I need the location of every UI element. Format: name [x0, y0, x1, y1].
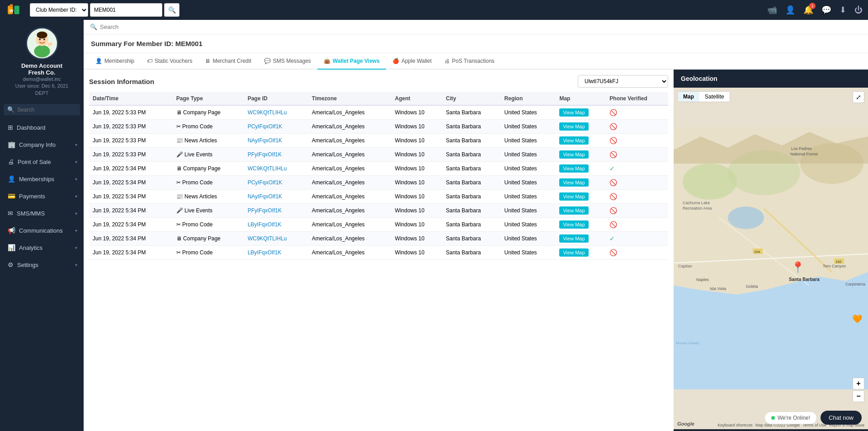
cell-datetime: Jun 19, 2022 5:34 PM	[89, 190, 173, 204]
page-id-link[interactable]: WC9KQtTLIHLu	[248, 109, 287, 116]
sidebar-item-point-of-sale[interactable]: 🖨 Point of Sale ▾	[0, 153, 84, 170]
satellite-tab-button[interactable]: Satellite	[699, 92, 730, 102]
cell-page-type: ✂ Promo Code	[173, 120, 244, 134]
geo-panel: Geolocation	[674, 70, 868, 431]
view-map-button[interactable]: View Map	[559, 122, 588, 131]
svg-point-9	[43, 38, 45, 40]
page-id-link[interactable]: WC9KQtTLIHLu	[248, 165, 287, 172]
col-map: Map	[556, 92, 606, 105]
sidebar-item-label: Point of Sale	[18, 159, 51, 165]
cell-region: United States	[501, 246, 556, 260]
view-map-button[interactable]: View Map	[559, 136, 588, 145]
cell-datetime: Jun 19, 2022 5:33 PM	[89, 105, 173, 120]
page-id-link[interactable]: PCyIFqxOIf1K	[248, 123, 283, 130]
search-button[interactable]: 🔍	[164, 3, 179, 17]
session-dropdown[interactable]: UlwtI7U54kFJ	[578, 75, 668, 88]
page-id-link[interactable]: LByIFqxOIf1K	[248, 249, 282, 256]
view-map-button[interactable]: View Map	[559, 192, 588, 201]
user-plus-icon[interactable]: 👤	[785, 5, 795, 15]
sidebar-item-analytics[interactable]: 📊 Analytics ▾	[0, 239, 84, 256]
map-toggle: Map Satellite	[677, 91, 730, 102]
view-map-button[interactable]: View Map	[559, 150, 588, 159]
power-icon[interactable]: ⏻	[854, 5, 863, 15]
svg-text:192: 192	[835, 260, 842, 264]
view-map-button[interactable]: View Map	[559, 220, 588, 229]
cell-city: Santa Barbara	[442, 190, 500, 204]
top-search-bar: Club Member ID:Member NameEmail 🔍	[30, 3, 179, 17]
tab-pos-transactions[interactable]: 🖨 PoS Transactions	[438, 53, 501, 70]
geo-title: Geolocation	[681, 75, 717, 82]
sidebar-item-dashboard[interactable]: ⊞ Dashboard	[0, 119, 84, 136]
cell-phone-verified: 🚫	[606, 134, 668, 148]
cell-timezone: America/Los_Angeles	[308, 246, 392, 260]
svg-point-20	[728, 206, 764, 229]
view-map-button[interactable]: View Map	[559, 108, 588, 117]
table-row: Jun 19, 2022 5:34 PM 🖥 Company Page WC9K…	[89, 162, 668, 176]
table-row: Jun 19, 2022 5:34 PM 📰 News Articles NAy…	[89, 190, 668, 204]
sidebar-profile: Demo Account Fresh Co. demo@wallet.inc U…	[0, 20, 84, 100]
merchant-credit-tab-icon: 🖥	[205, 58, 210, 64]
sidebar-item-memberships[interactable]: 👤 Memberships ▾	[0, 170, 84, 187]
sidebar-item-payments[interactable]: 💳 Payments ▾	[0, 187, 84, 205]
tab-wallet-page-views[interactable]: 👜 Wallet Page Views	[317, 53, 386, 70]
cell-city: Santa Barbara	[442, 134, 500, 148]
pos-transactions-tab-icon: 🖨	[444, 58, 450, 64]
cell-city: Santa Barbara	[442, 120, 500, 134]
membership-tab-icon: 👤	[95, 58, 102, 64]
bell-icon[interactable]: 🔔 1	[803, 5, 813, 15]
page-id-link[interactable]: PFyIFqxOIf1K	[248, 207, 282, 214]
zoom-out-button[interactable]: −	[853, 390, 864, 402]
content-search-input[interactable]	[100, 23, 862, 30]
search-input[interactable]	[90, 3, 162, 17]
map-tab-button[interactable]: Map	[678, 92, 699, 102]
page-id-link[interactable]: NAyIFqxOIf1K	[248, 193, 282, 200]
zoom-in-button[interactable]: +	[853, 378, 864, 389]
table-row: Jun 19, 2022 5:33 PM 🖥 Company Page WC9K…	[89, 105, 668, 120]
cell-region: United States	[501, 176, 556, 190]
sidebar-item-communications[interactable]: 📢 Communications ▾	[0, 222, 84, 239]
sidebar-search[interactable]: 🔍	[4, 104, 80, 115]
sidebar-search-icon: 🔍	[7, 106, 14, 113]
cell-datetime: Jun 19, 2022 5:33 PM	[89, 134, 173, 148]
search-type-select[interactable]: Club Member ID:Member NameEmail	[30, 3, 88, 17]
page-id-link[interactable]: WC9KQtTLIHLu	[248, 235, 287, 242]
sidebar-item-company-info[interactable]: 🏢 Company Info ▾	[0, 136, 84, 153]
page-id-link[interactable]: PFyIFqxOIf1K	[248, 151, 282, 158]
chat-now-button[interactable]: Chat now	[821, 411, 862, 425]
tab-apple-wallet[interactable]: 🍎 Apple Wallet	[386, 53, 438, 70]
cell-map: View Map	[556, 134, 606, 148]
cell-timezone: America/Los_Angeles	[308, 204, 392, 218]
tab-membership[interactable]: 👤 Membership	[89, 53, 141, 70]
sidebar-item-label: SMS/MMS	[17, 210, 45, 217]
view-map-button[interactable]: View Map	[559, 234, 588, 243]
ban-icon: 🚫	[609, 249, 617, 256]
page-id-link[interactable]: NAyIFqxOIf1K	[248, 137, 282, 144]
chat-bubble-icon[interactable]: 💬	[821, 5, 831, 15]
cell-agent: Windows 10	[392, 218, 443, 232]
ban-icon: 🚫	[609, 137, 617, 144]
summary-title: Summary For Member ID: MEM001	[91, 40, 203, 47]
download-icon[interactable]: ⬇	[840, 5, 846, 15]
fullscreen-button[interactable]: ⤢	[853, 91, 864, 103]
session-select[interactable]: UlwtI7U54kFJ	[578, 75, 668, 88]
page-id-link[interactable]: LByIFqxOIf1K	[248, 221, 282, 228]
view-map-button[interactable]: View Map	[559, 206, 588, 215]
page-id-link[interactable]: PCyIFqxOIf1K	[248, 179, 283, 186]
sidebar-search-input[interactable]	[17, 107, 76, 113]
cell-agent: Windows 10	[392, 176, 443, 190]
view-map-button[interactable]: View Map	[559, 248, 588, 257]
sidebar-item-settings[interactable]: ⚙ Settings ▾	[0, 256, 84, 273]
sidebar-item-sms[interactable]: ✉ SMS/MMS ▾	[0, 205, 84, 222]
page-type-icon: ✂	[176, 179, 181, 186]
keyboard-shortcuts-link[interactable]: Keyboard shortcuts	[717, 423, 753, 427]
tab-merchant-credit[interactable]: 🖥 Merchant Credit	[198, 53, 257, 70]
cell-datetime: Jun 19, 2022 5:34 PM	[89, 162, 173, 176]
view-map-button[interactable]: View Map	[559, 178, 588, 187]
tab-static-vouchers[interactable]: 🏷 Static Vouchers	[141, 53, 198, 70]
view-map-button[interactable]: View Map	[559, 164, 588, 173]
video-icon[interactable]: 📹	[767, 5, 777, 15]
logo: W	[5, 2, 22, 18]
svg-text:Santa Barbara: Santa Barbara	[789, 277, 820, 282]
tab-sms-messages[interactable]: 💬 SMS Messages	[258, 53, 317, 70]
data-area: Session Information UlwtI7U54kFJ Date/Ti…	[84, 70, 868, 431]
